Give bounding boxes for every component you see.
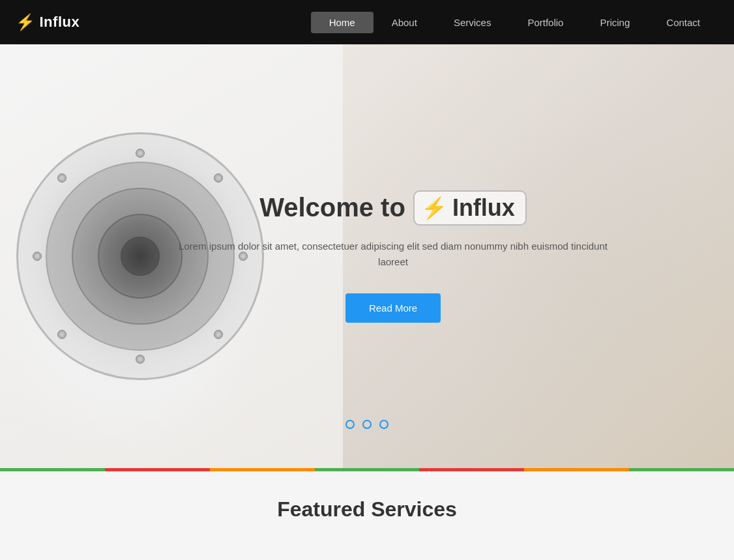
color-bar-segment-3 — [210, 468, 315, 471]
nav-link-pricing[interactable]: Pricing — [581, 12, 648, 33]
nav-item-portfolio[interactable]: Portfolio — [509, 12, 581, 33]
speaker-ring-center — [121, 237, 160, 276]
screw-tl — [57, 173, 66, 183]
navbar: ⚡ Influx Home About Services Portfolio P… — [0, 0, 734, 44]
slider-dot-3[interactable] — [379, 420, 389, 429]
screw-tr — [214, 173, 223, 183]
hero-lightning-icon: ⚡ — [421, 196, 447, 220]
welcome-text: Welcome to — [259, 193, 405, 222]
color-bar-segment-6 — [524, 468, 629, 471]
hero-brand-badge: ⚡ Influx — [413, 190, 527, 226]
color-bar-segment-4 — [315, 468, 420, 471]
slider-dots — [345, 420, 389, 429]
color-bar — [0, 468, 734, 471]
nav-menu: Home About Services Portfolio Pricing Co… — [311, 12, 718, 33]
featured-services-title: Featured Services — [0, 497, 734, 522]
slider-dot-2[interactable] — [362, 420, 372, 429]
screw-bottom — [136, 355, 145, 364]
nav-item-home[interactable]: Home — [311, 12, 374, 33]
lightning-icon: ⚡ — [16, 14, 36, 30]
nav-item-services[interactable]: Services — [435, 12, 510, 33]
screw-top — [136, 149, 145, 158]
nav-link-home[interactable]: Home — [311, 12, 374, 33]
hero-subtitle: Lorem ipsum dolor sit amet, consectetuer… — [165, 239, 621, 270]
nav-link-services[interactable]: Services — [435, 12, 510, 33]
hero-content: Welcome to ⚡ Influx Lorem ipsum dolor si… — [165, 190, 621, 323]
color-bar-segment-7 — [629, 468, 734, 471]
hero-brand-name: Influx — [452, 194, 515, 222]
featured-services-section: Featured Services — [0, 471, 734, 535]
hero-section: Welcome to ⚡ Influx Lorem ipsum dolor si… — [0, 44, 734, 468]
nav-item-contact[interactable]: Contact — [648, 12, 718, 33]
nav-link-portfolio[interactable]: Portfolio — [509, 12, 581, 33]
screw-left — [33, 252, 42, 261]
screw-bl — [57, 330, 66, 339]
slider-dot-1[interactable] — [345, 420, 355, 429]
brand-logo[interactable]: ⚡ Influx — [16, 14, 80, 31]
screw-br — [214, 330, 223, 339]
nav-link-contact[interactable]: Contact — [648, 12, 718, 33]
hero-title: Welcome to ⚡ Influx — [165, 190, 621, 226]
nav-link-about[interactable]: About — [374, 12, 435, 33]
color-bar-segment-5 — [419, 468, 524, 471]
nav-item-pricing[interactable]: Pricing — [581, 12, 648, 33]
color-bar-segment-1 — [0, 468, 105, 471]
read-more-button[interactable]: Read More — [345, 293, 441, 323]
brand-name: Influx — [40, 14, 80, 31]
nav-item-about[interactable]: About — [374, 12, 435, 33]
color-bar-segment-2 — [105, 468, 210, 471]
